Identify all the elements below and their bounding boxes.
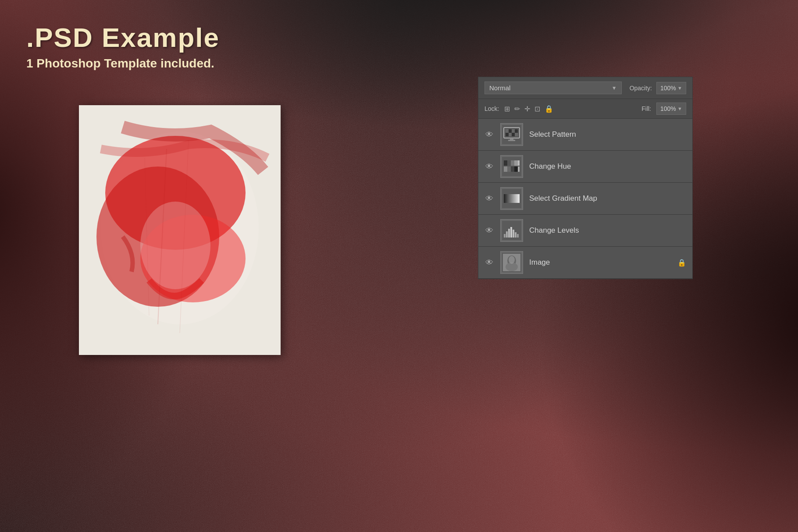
eye-icon-levels[interactable]: 👁	[484, 226, 494, 235]
svg-rect-17	[509, 133, 512, 136]
svg-rect-28	[504, 167, 507, 172]
svg-point-47	[509, 256, 515, 264]
lock-artboard-icon[interactable]: ⊡	[534, 105, 540, 113]
svg-rect-20	[510, 138, 513, 140]
svg-rect-16	[506, 133, 509, 136]
layer-name-pattern: Select Pattern	[529, 130, 686, 139]
gradient-thumb-svg	[502, 189, 521, 208]
opacity-chevron-icon: ▼	[677, 85, 682, 91]
image-preview	[79, 105, 281, 355]
svg-rect-29	[507, 167, 511, 172]
layer-gradient-map[interactable]: 👁 Select Gradient Map	[478, 183, 692, 215]
image-thumb-svg	[502, 253, 521, 272]
svg-rect-31	[514, 167, 518, 172]
lock-pixels-icon[interactable]: ✏	[514, 105, 520, 113]
svg-rect-42	[517, 234, 519, 238]
svg-rect-24	[507, 160, 511, 166]
lock-all-icon[interactable]: 🔒	[545, 105, 553, 113]
svg-rect-30	[511, 167, 514, 172]
layer-name-gradient: Select Gradient Map	[529, 194, 686, 203]
lock-row: Lock: ⊞ ✏ ✛ ⊡ 🔒 Fill: 100% ▼	[478, 99, 692, 119]
thumb-levels	[500, 219, 523, 242]
layers-panel: Normal ▼ Opacity: 100% ▼ Lock: ⊞ ✏ ✛ ⊡ 🔒…	[478, 77, 693, 279]
lock-label: Lock:	[484, 105, 499, 112]
svg-rect-26	[514, 160, 518, 166]
lock-icons: ⊞ ✏ ✛ ⊡ 🔒	[504, 105, 636, 113]
svg-rect-18	[512, 133, 515, 136]
svg-rect-40	[513, 230, 514, 238]
image-preview-inner	[79, 105, 281, 355]
thumb-image	[500, 251, 523, 274]
svg-rect-23	[504, 160, 507, 166]
eye-icon-gradient[interactable]: 👁	[484, 194, 494, 203]
layer-lock-icon: 🔒	[677, 259, 686, 267]
blend-mode-value: Normal	[489, 84, 510, 92]
page-title: .PSD Example	[26, 22, 220, 53]
title-area: .PSD Example 1 Photoshop Template includ…	[26, 22, 220, 71]
svg-rect-36	[504, 234, 506, 238]
svg-rect-32	[518, 167, 520, 172]
thumb-gradient	[500, 187, 523, 210]
eye-icon-pattern[interactable]: 👁	[484, 130, 494, 139]
svg-rect-13	[509, 129, 512, 133]
svg-rect-14	[512, 129, 515, 133]
pattern-thumb-svg	[502, 125, 521, 144]
opacity-value: 100%	[660, 85, 676, 92]
layer-select-pattern[interactable]: 👁	[478, 119, 692, 151]
svg-rect-41	[515, 232, 517, 238]
fill-value: 100%	[660, 105, 676, 112]
hue-thumb-svg	[502, 157, 521, 176]
opacity-label: Opacity:	[630, 85, 652, 92]
eye-icon-hue[interactable]: 👁	[484, 162, 494, 171]
svg-rect-12	[506, 129, 509, 133]
svg-rect-38	[508, 229, 510, 238]
svg-point-5	[140, 202, 210, 289]
fill-label: Fill:	[641, 105, 651, 112]
blend-chevron-icon: ▼	[612, 85, 617, 91]
preview-svg	[79, 105, 281, 355]
lock-position-icon[interactable]: ✛	[524, 105, 530, 113]
layer-image[interactable]: 👁 Image 🔒	[478, 247, 692, 279]
layer-change-levels[interactable]: 👁 Change Levels	[478, 215, 692, 247]
layer-name-levels: Change Levels	[529, 226, 686, 235]
page-subtitle: 1 Photoshop Template included.	[26, 57, 220, 71]
svg-rect-27	[518, 160, 520, 166]
svg-rect-37	[506, 231, 508, 238]
thumb-pattern	[500, 123, 523, 146]
svg-rect-21	[508, 140, 515, 141]
opacity-input[interactable]: 100% ▼	[656, 82, 686, 94]
thumb-hue	[500, 155, 523, 178]
levels-thumb-svg	[502, 221, 521, 240]
svg-rect-25	[511, 160, 514, 166]
content: .PSD Example 1 Photoshop Template includ…	[0, 0, 798, 532]
svg-rect-19	[515, 133, 518, 136]
svg-rect-15	[515, 129, 518, 133]
svg-rect-39	[510, 227, 512, 238]
fill-chevron-icon: ▼	[677, 106, 682, 111]
svg-rect-34	[504, 194, 520, 203]
fill-input[interactable]: 100% ▼	[656, 103, 686, 115]
blend-mode-select[interactable]: Normal ▼	[484, 82, 622, 94]
eye-icon-image[interactable]: 👁	[484, 258, 494, 267]
layer-name-image: Image	[529, 258, 671, 267]
layer-change-hue[interactable]: 👁 Change Hue	[478, 151, 692, 183]
layer-name-hue: Change Hue	[529, 162, 686, 171]
blend-opacity-row: Normal ▼ Opacity: 100% ▼	[478, 77, 692, 99]
lock-transparent-icon[interactable]: ⊞	[504, 105, 510, 113]
